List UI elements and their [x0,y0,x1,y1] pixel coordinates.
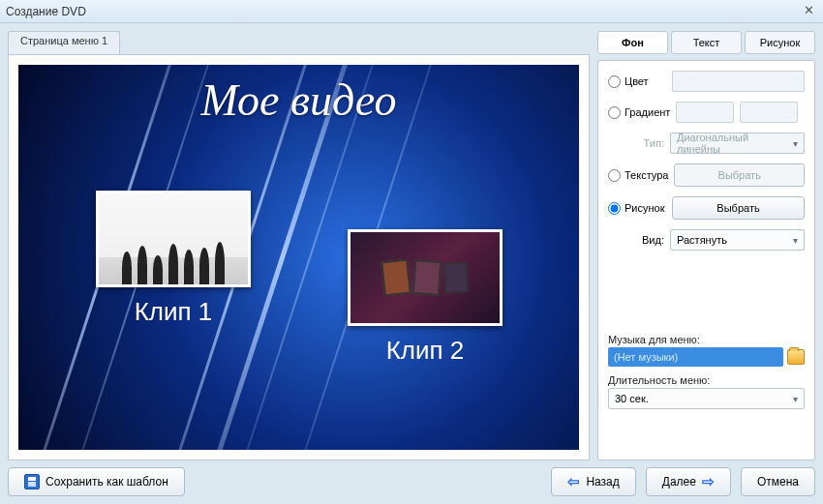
gradient-swatch-2[interactable] [740,102,798,123]
texture-choose-button: Выбрать [674,163,805,187]
back-button[interactable]: ⇦ Назад [551,467,635,496]
left-tabstrip: Страница меню 1 [8,31,590,54]
menu-title: Мое видео [18,74,579,126]
background-panel: Цвет Градиент Тип: Диагональный линейны [597,60,815,460]
clip-1-thumbnail [96,191,251,287]
clip-1[interactable]: Клип 1 [96,191,251,327]
gradient-type-select: Диагональный линейны [670,133,805,154]
radio-gradient-label[interactable]: Градиент [608,106,670,119]
preview-container: Мое видео Клип 1 [8,54,590,460]
arrow-right-icon: ⇨ [702,473,715,490]
view-label: Вид: [608,234,664,246]
save-template-button[interactable]: Сохранить как шаблон [8,467,185,496]
tab-picture[interactable]: Рисунок [745,31,815,54]
color-swatch[interactable] [672,71,805,92]
radio-texture[interactable] [608,169,621,182]
clip-1-label: Клип 1 [96,297,251,327]
gradient-type-label: Тип: [608,137,664,149]
right-tabstrip: Фон Текст Рисунок [597,31,815,54]
cancel-button[interactable]: Отмена [741,467,815,496]
music-section-label: Музыка для меню: [608,334,805,345]
duration-select[interactable]: 30 сек. [608,388,805,409]
tab-menu-page-1[interactable]: Страница меню 1 [8,31,120,54]
music-field[interactable]: (Нет музыки) [608,347,783,367]
radio-texture-label[interactable]: Текстура [608,169,668,182]
tab-background[interactable]: Фон [597,31,668,54]
next-button[interactable]: Далее ⇨ [646,467,731,496]
clip-2-thumbnail [348,229,503,326]
folder-icon[interactable] [787,349,805,365]
clip-2[interactable]: Клип 2 [348,229,503,366]
clip-2-label: Клип 2 [348,336,503,366]
save-icon [24,474,40,489]
arrow-left-icon: ⇦ [567,473,580,490]
radio-color[interactable] [608,75,621,88]
close-icon[interactable]: ✕ [800,4,817,19]
gradient-swatch-1[interactable] [676,102,734,123]
radio-image-label[interactable]: Рисунок [608,202,666,215]
radio-color-label[interactable]: Цвет [608,75,666,88]
duration-section-label: Длительность меню: [608,374,805,386]
tab-text[interactable]: Текст [671,31,742,54]
dvd-menu-preview: Мое видео Клип 1 [18,65,579,450]
titlebar: Создание DVD ✕ [0,0,823,23]
view-select[interactable]: Растянуть [670,229,805,251]
window-title: Создание DVD [6,5,86,18]
radio-image[interactable] [608,202,621,215]
image-choose-button[interactable]: Выбрать [672,196,805,220]
radio-gradient[interactable] [608,106,621,119]
